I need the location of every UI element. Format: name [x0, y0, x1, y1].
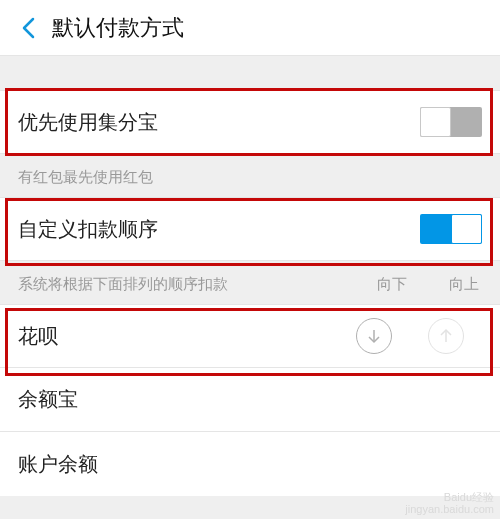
row-jifenbao: 优先使用集分宝	[0, 90, 500, 154]
hint-down: 向下	[356, 275, 428, 294]
payment-label: 余额宝	[18, 386, 482, 413]
page-title: 默认付款方式	[52, 13, 184, 43]
hint-order-desc: 系统将根据下面排列的顺序扣款	[18, 275, 356, 294]
row-label-custom-order: 自定义扣款顺序	[18, 216, 420, 243]
hint-order: 系统将根据下面排列的顺序扣款 向下 向上	[0, 261, 500, 304]
move-up-button	[428, 318, 464, 354]
header: 默认付款方式	[0, 0, 500, 56]
payment-row-huabei: 花呗	[0, 304, 500, 368]
hint-hongbao: 有红包最先使用红包	[0, 154, 500, 197]
row-label-jifenbao: 优先使用集分宝	[18, 109, 420, 136]
payment-row-balance[interactable]: 账户余额	[0, 432, 500, 496]
hint-up: 向上	[428, 275, 500, 294]
watermark: Baidu经验 jingyan.baidu.com	[405, 491, 494, 515]
move-down-button[interactable]	[356, 318, 392, 354]
toggle-custom-order[interactable]	[420, 214, 482, 244]
back-icon[interactable]	[12, 12, 44, 44]
toggle-jifenbao[interactable]	[420, 107, 482, 137]
payment-label: 账户余额	[18, 451, 482, 478]
payment-row-yuebao[interactable]: 余额宝	[0, 368, 500, 432]
payment-label: 花呗	[18, 323, 338, 350]
row-custom-order: 自定义扣款顺序	[0, 197, 500, 261]
